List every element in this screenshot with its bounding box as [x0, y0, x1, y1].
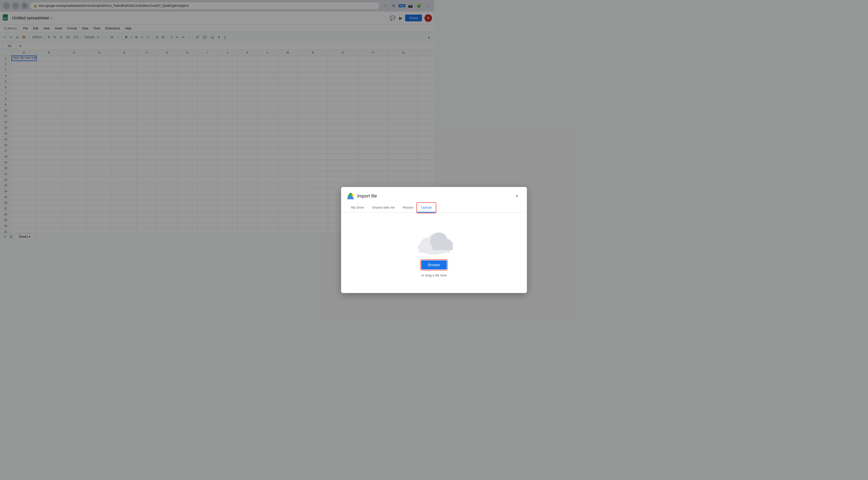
tab-upload[interactable]: Upload [417, 203, 434, 213]
tab-recent[interactable]: Recent [399, 203, 417, 213]
dialog-body: Browse or drag a file here [341, 213, 434, 240]
google-drive-logo [347, 193, 354, 199]
modal-overlay[interactable]: Import file × My Drive Shared with me Re… [0, 0, 434, 240]
upload-cloud-icon [411, 229, 434, 240]
dialog-title: Import file [357, 193, 434, 199]
import-dialog: Import file × My Drive Shared with me Re… [341, 187, 434, 240]
tab-my-drive[interactable]: My Drive [347, 203, 368, 213]
dialog-header: Import file × [341, 187, 434, 200]
tab-shared-with-me[interactable]: Shared with me [368, 203, 399, 213]
dialog-tabs: My Drive Shared with me Recent Upload [341, 203, 434, 213]
